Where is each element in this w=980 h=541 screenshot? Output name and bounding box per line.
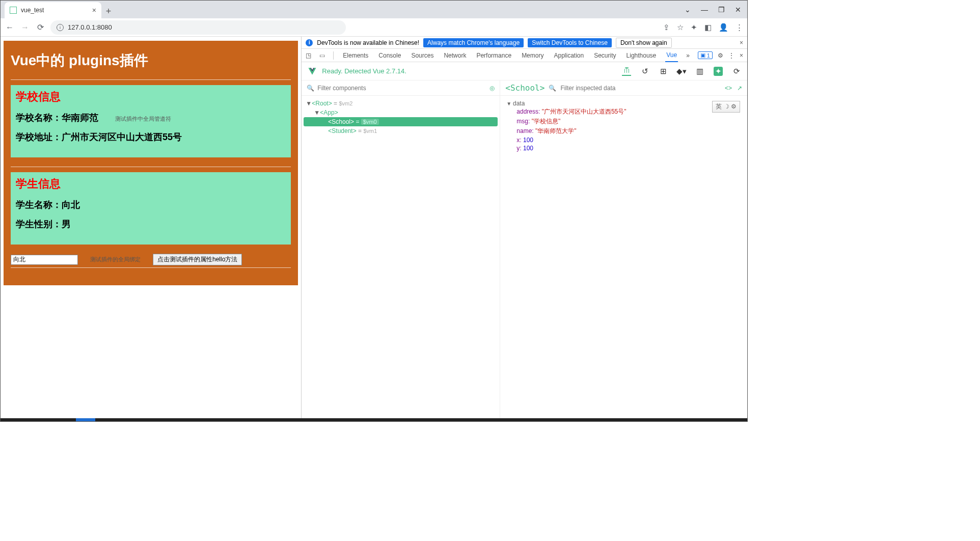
taskbar-sliver — [1, 418, 747, 421]
share-icon[interactable]: ⇪ — [663, 23, 670, 32]
tab-sources[interactable]: Sources — [410, 49, 434, 62]
data-row-msg[interactable]: msg: "学校信息" — [506, 117, 741, 126]
vue-favicon-icon — [10, 7, 17, 14]
profile-icon[interactable]: 👤 — [719, 23, 728, 32]
tab-title: vue_test — [21, 7, 44, 14]
bookmark-icon[interactable]: ☆ — [677, 23, 684, 32]
taskbar-active-segment — [76, 418, 95, 421]
tab-network[interactable]: Network — [443, 49, 467, 62]
window-close-icon[interactable]: ✕ — [735, 6, 741, 14]
new-badge-icon[interactable]: ✦ — [714, 67, 723, 76]
component-tree: ▼<Root> = $vm2 ▼<App> <School> = $vm0 <S… — [302, 96, 500, 139]
tab-close-icon[interactable]: × — [92, 6, 96, 14]
new-tab-button[interactable]: + — [101, 4, 116, 18]
school-heading: 学校信息 — [16, 89, 286, 104]
devtools-tab-bar: ◳ ▭ Elements Console Sources Network Per… — [302, 49, 747, 62]
vue-status-text: Ready. Detected Vue 2.7.14. — [322, 67, 406, 75]
footer-note: 测试插件的全局绑定 — [90, 256, 141, 263]
open-editor-icon[interactable]: <> — [725, 85, 732, 92]
divider — [11, 79, 291, 80]
ime-toolbar[interactable]: 英 ☽ ⚙ — [712, 101, 740, 113]
banner-close-icon[interactable]: × — [740, 39, 743, 46]
tab-lighthouse[interactable]: Lighthouse — [625, 49, 658, 62]
vue-body: 🔍 ◎ ▼<Root> = $vm2 ▼<App> <School> = $vm… — [302, 80, 747, 421]
browser-tab-strip: vue_test × + ⌄ — ❐ ✕ — [1, 1, 747, 18]
target-icon[interactable]: ◎ — [489, 85, 495, 92]
stats-icon[interactable]: ▥ — [695, 67, 704, 76]
url-field[interactable]: i 127.0.0.1:8080 — [50, 20, 346, 35]
inspect-body: 英 ☽ ⚙ data address: "广州市天河区中山大道西55号" msg… — [500, 96, 747, 156]
url-text: 127.0.0.1:8080 — [68, 23, 112, 31]
inspect-header: <School> 🔍 <> ↗ — [500, 80, 747, 96]
more-tabs-icon[interactable]: » — [686, 52, 690, 59]
devtools-menu-icon[interactable]: ⋮ — [728, 52, 734, 59]
info-icon: i — [306, 39, 313, 46]
tree-school-node[interactable]: <School> = $vm0 — [304, 117, 498, 126]
footer-row: 测试插件的全局绑定 点击测试插件的属性hello方法 — [11, 254, 291, 265]
body-area: Vue中的 plugins插件 学校信息 学校名称：华南师范 测试插件中全局管道… — [1, 37, 747, 421]
window-controls: ⌄ — ❐ ✕ — [678, 1, 747, 18]
tab-performance[interactable]: Performance — [475, 49, 512, 62]
plugin-icon[interactable]: ◆▾ — [677, 67, 686, 76]
tab-memory[interactable]: Memory — [521, 49, 545, 62]
vue-toolbar: ⫚ ↺ ⊞ ◆▾ ▥ ✦ ⟳ — [622, 67, 741, 76]
window-chevron-icon[interactable]: ⌄ — [685, 6, 691, 14]
tree-app-node[interactable]: ▼<App> — [304, 108, 498, 117]
student-heading: 学生信息 — [16, 176, 286, 192]
components-tab-icon[interactable]: ⫚ — [622, 67, 631, 76]
toolbar-right: ⇪ ☆ ✦ ◧ 👤 ⋮ — [663, 23, 743, 32]
window-maximize-icon[interactable]: ❐ — [718, 6, 725, 14]
data-row-address[interactable]: address: "广州市天河区中山大道西55号" — [506, 107, 741, 117]
site-info-icon[interactable]: i — [57, 24, 64, 31]
inspect-panel: <School> 🔍 <> ↗ 英 ☽ ⚙ data address: "广州市… — [500, 80, 747, 421]
inspect-element-icon[interactable]: ◳ — [306, 52, 311, 59]
student-gender-row: 学生性别：男 — [16, 218, 286, 230]
banner-switch-button[interactable]: Switch DevTools to Chinese — [528, 38, 612, 47]
device-toolbar-icon[interactable]: ▭ — [319, 52, 325, 59]
school-name-row: 学校名称：华南师范 测试插件中全局管道符 — [16, 112, 286, 124]
tree-root-node[interactable]: ▼<Root> = $vm2 — [304, 99, 498, 108]
issues-badge[interactable]: ▣ 1 — [698, 51, 713, 59]
banner-always-match-button[interactable]: Always match Chrome's language — [423, 38, 524, 47]
tab-security[interactable]: Security — [593, 49, 617, 62]
search-icon: 🔍 — [307, 85, 314, 92]
student-name-row: 学生名称：向北 — [16, 199, 286, 211]
timeline-icon[interactable]: ↺ — [640, 67, 649, 76]
school-name-note: 测试插件中全局管道符 — [115, 116, 171, 122]
tab-elements[interactable]: Elements — [342, 49, 369, 62]
extensions-icon[interactable]: ✦ — [691, 23, 697, 32]
settings-icon[interactable]: ⚙ — [718, 52, 723, 59]
student-name-input[interactable] — [11, 255, 78, 265]
vue-devtools-bar: Ready. Detected Vue 2.7.14. ⫚ ↺ ⊞ ◆▾ ▥ ✦… — [302, 62, 747, 80]
data-row-y[interactable]: y: 100 — [506, 144, 741, 152]
kebab-menu-icon[interactable]: ⋮ — [736, 23, 743, 32]
tree-student-node[interactable]: <Student> = $vm1 — [304, 126, 498, 136]
student-card: 学生信息 学生名称：向北 学生性别：男 — [11, 172, 291, 245]
banner-text: DevTools is now available in Chinese! — [317, 39, 419, 46]
data-row-name[interactable]: name: "华南师范大学" — [506, 126, 741, 136]
tab-console[interactable]: Console — [377, 49, 402, 62]
refresh-icon[interactable]: ⟳ — [732, 67, 741, 76]
apps-icon[interactable]: ⊞ — [659, 67, 668, 76]
nav-reload-button[interactable]: ⟳ — [35, 22, 45, 33]
sidepanel-icon[interactable]: ◧ — [704, 23, 712, 32]
popout-icon[interactable]: ↗ — [737, 85, 742, 92]
divider — [11, 167, 291, 167]
divider — [11, 267, 291, 268]
nav-back-button[interactable]: ← — [5, 22, 15, 33]
tab-application[interactable]: Application — [553, 49, 585, 62]
nav-forward-button[interactable]: → — [20, 22, 30, 33]
vue-logo-icon — [308, 67, 317, 76]
window-minimize-icon[interactable]: — — [701, 6, 708, 14]
tree-search-input[interactable] — [317, 85, 486, 92]
devtools-close-icon[interactable]: × — [740, 52, 743, 59]
tab-vue[interactable]: Vue — [665, 49, 678, 62]
screenshot-root: vue_test × + ⌄ — ❐ ✕ ← → ⟳ i 127.0.0.1:8… — [0, 0, 748, 422]
data-section-header[interactable]: data — [506, 100, 741, 107]
component-tree-panel: 🔍 ◎ ▼<Root> = $vm2 ▼<App> <School> = $vm… — [302, 80, 500, 421]
test-plugin-button[interactable]: 点击测试插件的属性hello方法 — [153, 254, 242, 265]
browser-tab[interactable]: vue_test × — [5, 2, 101, 18]
data-row-x[interactable]: x: 100 — [506, 136, 741, 144]
inspect-search-input[interactable] — [560, 85, 721, 92]
banner-dismiss-button[interactable]: Don't show again — [616, 38, 672, 48]
